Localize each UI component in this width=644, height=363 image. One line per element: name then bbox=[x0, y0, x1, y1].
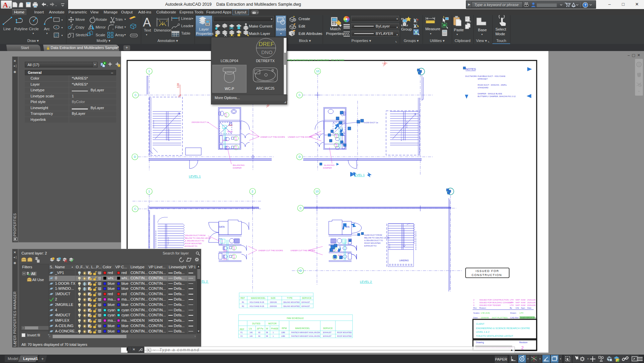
svg-text:Move: Move bbox=[75, 17, 85, 21]
svg-text:W: W bbox=[266, 327, 268, 330]
svg-text:Make Current: Make Current bbox=[249, 24, 272, 28]
svg-text:A: A bbox=[143, 15, 151, 29]
svg-text:58: 58 bbox=[266, 335, 268, 337]
svg-text:Measure: Measure bbox=[425, 27, 440, 31]
svg-text:▾: ▾ bbox=[457, 33, 458, 36]
svg-text:BELOW TO CEILING LEVEL: BELOW TO CEILING LEVEL bbox=[185, 237, 211, 239]
svg-text:LEVEL 1: LEVEL 1 bbox=[189, 175, 201, 178]
svg-text:F1: F1 bbox=[240, 331, 243, 333]
svg-text:EVEL 1: EVEL 1 bbox=[355, 173, 365, 177]
svg-text:Match: Match bbox=[330, 27, 340, 31]
svg-text:Stretch: Stretch bbox=[75, 33, 88, 37]
svg-text:Circle: Circle bbox=[29, 27, 39, 31]
svg-text:HOLYOAKE HI-35: HOLYOAKE HI-35 bbox=[250, 301, 264, 303]
svg-text:140: 140 bbox=[250, 331, 253, 333]
svg-text:CONSTRUCTION: CONSTRUCTION bbox=[472, 273, 502, 277]
svg-text:58: 58 bbox=[266, 331, 268, 333]
svg-text:Revision: Revision bbox=[519, 341, 528, 344]
svg-text:ROOF MOUNTED: ROOF MOUNTED bbox=[337, 331, 352, 333]
svg-text:DAMPER - SINGLE BLADE: DAMPER - SINGLE BLADE bbox=[478, 93, 502, 95]
svg-text:R1: R1 bbox=[335, 143, 337, 145]
svg-text:Dimension: Dimension bbox=[154, 28, 171, 32]
svg-text:EXHAUST F2: EXHAUST F2 bbox=[364, 245, 376, 247]
svg-text:C: C bbox=[134, 207, 137, 211]
svg-text:CEILING MOUNTED: CEILING MOUNTED bbox=[283, 301, 300, 303]
svg-text:ENGINEERING & SCIENCE RESEARCH: ENGINEERING & SCIENCE RESEARCH CENTRE bbox=[476, 327, 530, 330]
svg-text:Edit Attributes: Edit Attributes bbox=[299, 32, 322, 36]
svg-text:Layout1: Layout1 bbox=[23, 357, 38, 361]
svg-text:CEILING MOUNTED: CEILING MOUNTED bbox=[283, 305, 300, 307]
svg-text:All Use: All Use bbox=[32, 278, 44, 282]
svg-text:Linear: Linear bbox=[181, 16, 192, 20]
svg-text:120: 120 bbox=[176, 83, 180, 88]
svg-text:1:50 (A/0): 1:50 (A/0) bbox=[481, 312, 490, 314]
svg-text:& 350x350 DUCT TO: & 350x350 DUCT TO bbox=[185, 239, 204, 242]
svg-text:& 350x350 DUCT TO: & 350x350 DUCT TO bbox=[364, 239, 383, 241]
svg-text:HOLYOAKE HI-35: HOLYOAKE HI-35 bbox=[250, 305, 264, 307]
svg-text:NOTES: NOTES bbox=[466, 67, 476, 71]
svg-text:ROOF MOUNTED: ROOF MOUNTED bbox=[185, 242, 202, 244]
svg-text:ROOF MOUNTED: ROOF MOUNTED bbox=[337, 335, 352, 337]
svg-text:1380: 1380 bbox=[281, 331, 285, 333]
svg-text:R1: R1 bbox=[234, 136, 237, 138]
svg-text:Appr.: Appr. bbox=[521, 307, 526, 309]
svg-text:▾: ▾ bbox=[124, 33, 126, 36]
svg-text:TOILETS VENTILATIONS LAYOUT: TOILETS VENTILATIONS LAYOUT bbox=[476, 334, 513, 337]
svg-text:SERVICE: SERVICE bbox=[302, 297, 312, 299]
svg-text:Select: Select bbox=[495, 27, 506, 31]
svg-text:RPM: RPM bbox=[282, 327, 287, 329]
svg-text:25: 25 bbox=[233, 257, 235, 259]
svg-text:Leader: Leader bbox=[181, 24, 193, 28]
svg-text:Reason: Reason bbox=[479, 307, 486, 309]
svg-text:BUTTERFLY DAMPER, SHACHA FIG 2: BUTTERFLY DAMPER, SHACHA FIG 2-12. bbox=[478, 95, 516, 97]
svg-text:Φ150: Φ150 bbox=[227, 130, 233, 133]
svg-text:EL 2: EL 2 bbox=[202, 280, 208, 283]
svg-text:Edit: Edit bbox=[299, 24, 306, 28]
svg-text:7 6 5 4 3 2 1: 7 6 5 4 3 2 1 bbox=[167, 237, 169, 245]
svg-text:Mirror: Mirror bbox=[96, 25, 106, 29]
svg-text:▾: ▾ bbox=[61, 34, 63, 37]
svg-text:40: 40 bbox=[225, 115, 227, 117]
svg-text:EXHAUST F1: EXHAUST F1 bbox=[185, 245, 198, 247]
svg-text:ISSUED FOR CONSTRUCTION: ISSUED FOR CONSTRUCTION bbox=[479, 299, 509, 301]
svg-text:200X200 DUCT 1a: 200X200 DUCT 1a bbox=[192, 121, 209, 123]
svg-text:EXHAUST: EXHAUST bbox=[323, 331, 332, 333]
svg-text:▾: ▾ bbox=[33, 32, 34, 35]
svg-text:1380: 1380 bbox=[281, 335, 285, 337]
svg-text:24JUL06: 24JUL06 bbox=[527, 299, 536, 301]
svg-text:Text: Text bbox=[144, 28, 151, 32]
svg-text:25: 25 bbox=[335, 145, 337, 147]
svg-text:R1: R1 bbox=[335, 133, 337, 136]
svg-text:▾: ▾ bbox=[319, 32, 321, 35]
svg-text:▾: ▾ bbox=[61, 26, 63, 29]
svg-text:UNDER CUT THE DOORS: UNDER CUT THE DOORS bbox=[258, 249, 283, 252]
svg-text:FANTECH MINIVENT AXIAL MV254: FANTECH MINIVENT AXIAL MV254 bbox=[291, 331, 320, 333]
svg-text:2: 2 bbox=[473, 299, 475, 301]
svg-text:LANDING: LANDING bbox=[399, 259, 409, 262]
svg-text:MAKE/MODEL: MAKE/MODEL bbox=[295, 327, 310, 329]
svg-text:12 13 14 15 16 17 18 19 20: 12 13 14 15 16 17 18 19 20 bbox=[155, 230, 157, 248]
svg-text:1: 1 bbox=[273, 335, 274, 337]
svg-text:DataExtr&MLdrs.dwg: DataExtr&MLdrs.dwg bbox=[520, 317, 536, 319]
svg-text:0x200 DUCT FROM: 0x200 DUCT FROM bbox=[364, 234, 382, 236]
svg-text:10 9 8 7 6 5 4 3 2 1: 10 9 8 7 6 5 4 3 2 1 bbox=[400, 129, 402, 141]
svg-text:ISSUED FOR TENDER: ISSUED FOR TENDER bbox=[479, 304, 501, 306]
svg-text:Line: Line bbox=[3, 27, 11, 31]
svg-text:▾: ▾ bbox=[481, 33, 483, 36]
svg-text:Φ150: Φ150 bbox=[223, 258, 228, 260]
svg-text:LEVEL 2: LEVEL 2 bbox=[360, 280, 372, 283]
svg-text:STANDARD: STANDARD bbox=[478, 87, 488, 89]
svg-text:REF: REF bbox=[240, 328, 244, 330]
svg-text:DUTIES: DUTIES bbox=[252, 322, 261, 325]
svg-text:verify all dimensions prior to: verify all dimensions prior to construct… bbox=[287, 59, 344, 61]
svg-text:F2: F2 bbox=[240, 335, 243, 337]
svg-text:R1: R1 bbox=[232, 254, 235, 257]
svg-text:140: 140 bbox=[250, 335, 253, 337]
svg-text:+: + bbox=[41, 356, 44, 361]
svg-text:25: 25 bbox=[335, 136, 337, 138]
svg-text:EXHAUST: EXHAUST bbox=[302, 305, 310, 307]
svg-text:Properties: Properties bbox=[326, 32, 344, 36]
svg-text:FLEXIBLE DUCT - HOLYOAKE: FLEXIBLE DUCT - HOLYOAKE bbox=[478, 75, 505, 77]
svg-text:R1: R1 bbox=[224, 112, 227, 115]
svg-text:15/06/06: 15/06/06 bbox=[481, 316, 489, 319]
